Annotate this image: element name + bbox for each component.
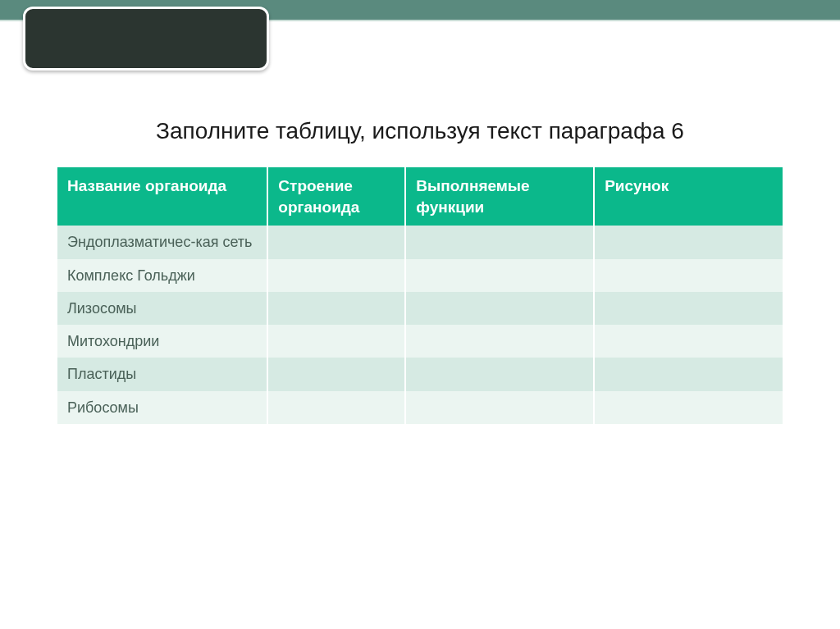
cell-structure xyxy=(267,391,405,424)
cell-name: Пластиды xyxy=(57,358,267,390)
cell-picture xyxy=(594,358,783,390)
header-name: Название органоида xyxy=(57,167,267,226)
table-row: Рибосомы xyxy=(57,391,783,424)
cell-picture xyxy=(594,325,783,358)
slide-title-tab xyxy=(23,7,269,71)
cell-structure xyxy=(267,358,405,390)
cell-name: Эндоплазматичес-кая сеть xyxy=(57,226,267,258)
cell-picture xyxy=(594,391,783,424)
table-row: Эндоплазматичес-кая сеть xyxy=(57,226,783,258)
cell-picture xyxy=(594,292,783,325)
cell-functions xyxy=(405,259,594,292)
cell-name: Рибосомы xyxy=(57,391,267,424)
cell-functions xyxy=(405,358,594,390)
cell-picture xyxy=(594,226,783,258)
cell-structure xyxy=(267,325,405,358)
table-header-row: Название органоида Строение органоида Вы… xyxy=(57,167,783,226)
cell-name: Комплекс Гольджи xyxy=(57,259,267,292)
table-row: Пластиды xyxy=(57,358,783,390)
organoid-table: Название органоида Строение органоида Вы… xyxy=(57,167,783,424)
table-row: Митохондрии xyxy=(57,325,783,358)
cell-structure xyxy=(267,292,405,325)
cell-name: Лизосомы xyxy=(57,292,267,325)
table-row: Лизосомы xyxy=(57,292,783,325)
table-row: Комплекс Гольджи xyxy=(57,259,783,292)
cell-functions xyxy=(405,391,594,424)
cell-functions xyxy=(405,292,594,325)
page-title: Заполните таблицу, используя текст параг… xyxy=(0,118,840,144)
header-structure: Строение органоида xyxy=(267,167,405,226)
cell-structure xyxy=(267,226,405,258)
cell-picture xyxy=(594,259,783,292)
cell-name: Митохондрии xyxy=(57,325,267,358)
cell-functions xyxy=(405,325,594,358)
cell-structure xyxy=(267,259,405,292)
header-functions: Выполняемые функции xyxy=(405,167,594,226)
cell-functions xyxy=(405,226,594,258)
table-container: Название органоида Строение органоида Вы… xyxy=(57,167,783,424)
header-picture: Рисунок xyxy=(594,167,783,226)
